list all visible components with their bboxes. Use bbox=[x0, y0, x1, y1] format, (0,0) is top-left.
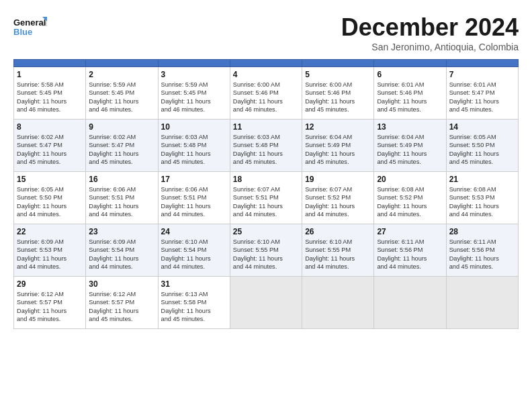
table-row: 21 Sunrise: 6:08 AMSunset: 5:53 PMDaylig… bbox=[446, 172, 518, 224]
cell-info: Sunrise: 6:12 AMSunset: 5:57 PMDaylight:… bbox=[89, 290, 154, 324]
cell-info: Sunrise: 6:08 AMSunset: 5:52 PMDaylight:… bbox=[377, 185, 443, 219]
day-number: 31 bbox=[161, 279, 227, 289]
title-block: December 2024 San Jeronimo, Antioquia, C… bbox=[341, 13, 519, 52]
table-row: 4 Sunrise: 6:00 AMSunset: 5:46 PMDayligh… bbox=[230, 67, 302, 120]
cell-info: Sunrise: 6:07 AMSunset: 5:51 PMDaylight:… bbox=[233, 185, 299, 219]
table-row: 19 Sunrise: 6:07 AMSunset: 5:52 PMDaylig… bbox=[302, 172, 374, 224]
table-row: 6 Sunrise: 6:01 AMSunset: 5:46 PMDayligh… bbox=[374, 67, 446, 120]
day-number: 28 bbox=[449, 227, 515, 236]
svg-marker-3 bbox=[42, 21, 47, 26]
table-row: 13 Sunrise: 6:04 AMSunset: 5:49 PMDaylig… bbox=[374, 120, 446, 172]
table-row: 16 Sunrise: 6:06 AMSunset: 5:51 PMDaylig… bbox=[86, 172, 158, 224]
table-row bbox=[230, 277, 302, 329]
month-title: December 2024 bbox=[341, 13, 519, 42]
calendar-page: General Blue December 2024 San Jeronimo,… bbox=[0, 0, 532, 411]
day-number: 16 bbox=[89, 175, 154, 184]
day-number: 21 bbox=[449, 175, 515, 184]
cell-info: Sunrise: 5:59 AMSunset: 5:45 PMDaylight:… bbox=[161, 81, 227, 114]
table-row: 2 Sunrise: 5:59 AMSunset: 5:45 PMDayligh… bbox=[86, 67, 158, 120]
cell-info: Sunrise: 6:11 AMSunset: 5:56 PMDaylight:… bbox=[449, 238, 515, 271]
cell-info: Sunrise: 6:02 AMSunset: 5:47 PMDaylight:… bbox=[89, 133, 154, 167]
calendar-week-row: 1 Sunrise: 5:58 AMSunset: 5:45 PMDayligh… bbox=[14, 67, 519, 120]
table-row: 18 Sunrise: 6:07 AMSunset: 5:51 PMDaylig… bbox=[230, 172, 302, 224]
cell-info: Sunrise: 6:10 AMSunset: 5:54 PMDaylight:… bbox=[161, 238, 227, 271]
day-number: 3 bbox=[161, 70, 227, 79]
day-number: 5 bbox=[305, 70, 371, 79]
calendar-week-row: 8 Sunrise: 6:02 AMSunset: 5:47 PMDayligh… bbox=[14, 120, 519, 172]
header-friday bbox=[374, 60, 446, 67]
table-row: 26 Sunrise: 6:10 AMSunset: 5:55 PMDaylig… bbox=[302, 224, 374, 277]
table-row bbox=[446, 277, 518, 329]
day-number: 2 bbox=[89, 70, 154, 79]
cell-info: Sunrise: 6:06 AMSunset: 5:51 PMDaylight:… bbox=[161, 185, 227, 219]
day-number: 9 bbox=[89, 122, 154, 132]
header-tuesday bbox=[158, 60, 230, 67]
cell-info: Sunrise: 6:10 AMSunset: 5:55 PMDaylight:… bbox=[305, 238, 371, 271]
cell-info: Sunrise: 6:04 AMSunset: 5:49 PMDaylight:… bbox=[377, 133, 443, 167]
table-row: 20 Sunrise: 6:08 AMSunset: 5:52 PMDaylig… bbox=[374, 172, 446, 224]
table-row bbox=[374, 277, 446, 329]
cell-info: Sunrise: 6:03 AMSunset: 5:48 PMDaylight:… bbox=[161, 133, 227, 167]
day-number: 17 bbox=[161, 175, 227, 184]
calendar-table: 1 Sunrise: 5:58 AMSunset: 5:45 PMDayligh… bbox=[13, 59, 519, 329]
cell-info: Sunrise: 6:11 AMSunset: 5:56 PMDaylight:… bbox=[377, 238, 443, 271]
header-saturday bbox=[446, 60, 518, 67]
location: San Jeronimo, Antioquia, Colombia bbox=[341, 42, 519, 52]
cell-info: Sunrise: 6:00 AMSunset: 5:46 PMDaylight:… bbox=[233, 81, 299, 114]
cell-info: Sunrise: 6:09 AMSunset: 5:54 PMDaylight:… bbox=[89, 238, 154, 271]
day-number: 30 bbox=[89, 279, 154, 289]
cell-info: Sunrise: 5:58 AMSunset: 5:45 PMDaylight:… bbox=[17, 81, 83, 114]
day-number: 26 bbox=[305, 227, 371, 236]
table-row: 28 Sunrise: 6:11 AMSunset: 5:56 PMDaylig… bbox=[446, 224, 518, 277]
header-monday bbox=[86, 60, 158, 67]
day-number: 6 bbox=[377, 70, 443, 79]
calendar-week-row: 29 Sunrise: 6:12 AMSunset: 5:57 PMDaylig… bbox=[14, 277, 519, 329]
table-row: 11 Sunrise: 6:03 AMSunset: 5:48 PMDaylig… bbox=[230, 120, 302, 172]
calendar-header-row bbox=[14, 60, 519, 67]
day-number: 12 bbox=[305, 122, 371, 132]
day-number: 13 bbox=[377, 122, 443, 132]
cell-info: Sunrise: 6:05 AMSunset: 5:50 PMDaylight:… bbox=[17, 185, 83, 219]
header-wednesday bbox=[230, 60, 302, 67]
table-row: 1 Sunrise: 5:58 AMSunset: 5:45 PMDayligh… bbox=[14, 67, 86, 120]
svg-text:General: General bbox=[13, 17, 46, 28]
cell-info: Sunrise: 6:01 AMSunset: 5:47 PMDaylight:… bbox=[449, 81, 515, 114]
day-number: 1 bbox=[17, 70, 83, 79]
cell-info: Sunrise: 6:03 AMSunset: 5:48 PMDaylight:… bbox=[233, 133, 299, 167]
table-row: 5 Sunrise: 6:00 AMSunset: 5:46 PMDayligh… bbox=[302, 67, 374, 120]
day-number: 27 bbox=[377, 227, 443, 236]
day-number: 8 bbox=[17, 122, 83, 132]
cell-info: Sunrise: 6:08 AMSunset: 5:53 PMDaylight:… bbox=[449, 185, 515, 219]
table-row: 3 Sunrise: 5:59 AMSunset: 5:45 PMDayligh… bbox=[158, 67, 230, 120]
table-row: 30 Sunrise: 6:12 AMSunset: 5:57 PMDaylig… bbox=[86, 277, 158, 329]
cell-info: Sunrise: 6:02 AMSunset: 5:47 PMDaylight:… bbox=[17, 133, 83, 167]
table-row: 27 Sunrise: 6:11 AMSunset: 5:56 PMDaylig… bbox=[374, 224, 446, 277]
table-row: 23 Sunrise: 6:09 AMSunset: 5:54 PMDaylig… bbox=[86, 224, 158, 277]
cell-info: Sunrise: 5:59 AMSunset: 5:45 PMDaylight:… bbox=[89, 81, 154, 114]
day-number: 15 bbox=[17, 175, 83, 184]
cell-info: Sunrise: 6:07 AMSunset: 5:52 PMDaylight:… bbox=[305, 185, 371, 219]
day-number: 23 bbox=[89, 227, 154, 236]
table-row: 8 Sunrise: 6:02 AMSunset: 5:47 PMDayligh… bbox=[14, 120, 86, 172]
table-row: 24 Sunrise: 6:10 AMSunset: 5:54 PMDaylig… bbox=[158, 224, 230, 277]
cell-info: Sunrise: 6:10 AMSunset: 5:55 PMDaylight:… bbox=[233, 238, 299, 271]
table-row: 31 Sunrise: 6:13 AMSunset: 5:58 PMDaylig… bbox=[158, 277, 230, 329]
table-row: 29 Sunrise: 6:12 AMSunset: 5:57 PMDaylig… bbox=[14, 277, 86, 329]
table-row: 17 Sunrise: 6:06 AMSunset: 5:51 PMDaylig… bbox=[158, 172, 230, 224]
day-number: 22 bbox=[17, 227, 83, 236]
table-row: 12 Sunrise: 6:04 AMSunset: 5:49 PMDaylig… bbox=[302, 120, 374, 172]
cell-info: Sunrise: 6:00 AMSunset: 5:46 PMDaylight:… bbox=[305, 81, 371, 114]
cell-info: Sunrise: 6:01 AMSunset: 5:46 PMDaylight:… bbox=[377, 81, 443, 114]
day-number: 25 bbox=[233, 227, 299, 236]
day-number: 11 bbox=[233, 122, 299, 132]
day-number: 10 bbox=[161, 122, 227, 132]
cell-info: Sunrise: 6:05 AMSunset: 5:50 PMDaylight:… bbox=[449, 133, 515, 167]
day-number: 29 bbox=[17, 279, 83, 289]
header-sunday bbox=[14, 60, 86, 67]
day-number: 24 bbox=[161, 227, 227, 236]
table-row: 14 Sunrise: 6:05 AMSunset: 5:50 PMDaylig… bbox=[446, 120, 518, 172]
cell-info: Sunrise: 6:06 AMSunset: 5:51 PMDaylight:… bbox=[89, 185, 154, 219]
table-row bbox=[302, 277, 374, 329]
table-row: 22 Sunrise: 6:09 AMSunset: 5:53 PMDaylig… bbox=[14, 224, 86, 277]
table-row: 15 Sunrise: 6:05 AMSunset: 5:50 PMDaylig… bbox=[14, 172, 86, 224]
